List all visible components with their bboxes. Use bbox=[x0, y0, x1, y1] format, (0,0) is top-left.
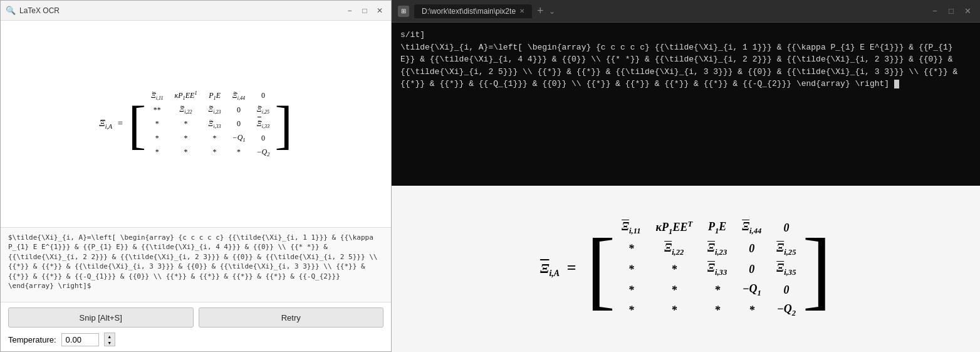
chevron-button[interactable]: ⌄ bbox=[549, 7, 555, 16]
big-matrix-cell: 0 bbox=[742, 242, 761, 255]
matrix-cell: κP1EE1 bbox=[174, 90, 197, 101]
add-tab-button[interactable]: + bbox=[534, 4, 546, 18]
title-bar-controls: − □ ✕ bbox=[343, 4, 386, 17]
terminal-content[interactable]: s/it] \tilde{\Xi}_{i, A}=\left[ \begin{a… bbox=[392, 23, 980, 186]
matrix-cell: * bbox=[174, 119, 197, 129]
matrix-cell: * bbox=[232, 147, 246, 157]
matrix-container: ~ Ξ i,A = [ ~Ξi,11 κP1EE1 P1E ~Ξi,44 0 *… bbox=[99, 90, 293, 157]
terminal-icon: ⊞ bbox=[398, 6, 409, 17]
terminal-minimize-button[interactable]: − bbox=[929, 5, 941, 18]
matrix-cell: 0 bbox=[232, 119, 246, 129]
math-display: ~ Ξ i,A = [ ~Ξi,11 κP1EE1 P1E ~Ξi,44 0 *… bbox=[1, 21, 391, 227]
big-matrix-cell: κP1EET bbox=[656, 220, 693, 237]
big-matrix-cell: Ξi,11 bbox=[622, 220, 640, 236]
big-matrix-label: Ξi,A = bbox=[540, 259, 580, 279]
matrix-cell: ** bbox=[151, 105, 163, 115]
big-matrix-cell: −Q2 bbox=[776, 302, 796, 318]
big-matrix-cell: Ξi,44 bbox=[742, 220, 761, 236]
matrix-cell: 0 bbox=[256, 134, 269, 143]
big-matrix-cell: Ξi,33 bbox=[707, 262, 727, 277]
big-matrix-container: Ξi,A = [ Ξi,11 κP1EET P1E Ξi,44 bbox=[540, 220, 831, 318]
big-matrix-cell: * bbox=[622, 304, 640, 317]
matrix-cell: ~Ξi,22 bbox=[174, 105, 197, 115]
big-matrix-cell: −Q1 bbox=[742, 282, 761, 298]
matrix-cell: * bbox=[151, 147, 163, 157]
matrix-cell: P1E bbox=[209, 91, 221, 101]
matrix-cell: * bbox=[209, 147, 221, 157]
matrix-label: ~ Ξ i,A = bbox=[99, 118, 123, 130]
app-title: LaTeX OCR bbox=[19, 6, 60, 15]
right-panel: ⊞ D:\work\text\dist\main\pix2te ✕ + ⌄ − … bbox=[392, 0, 980, 352]
big-matrix-cell: * bbox=[622, 263, 640, 276]
terminal-text: s/it] \tilde{\Xi}_{i, A}=\left[ \begin{a… bbox=[400, 30, 962, 88]
math-bottom-display: Ξi,A = [ Ξi,11 κP1EET P1E Ξi,44 bbox=[392, 186, 980, 352]
spin-down-button[interactable]: ▼ bbox=[105, 339, 115, 346]
big-matrix-cell: * bbox=[622, 284, 640, 297]
big-matrix-cell: * bbox=[656, 284, 693, 297]
matrix-cell: ~Ξi,11 bbox=[151, 91, 163, 101]
big-matrix-cell: P1E bbox=[707, 220, 727, 236]
spin-up-button[interactable]: ▲ bbox=[105, 333, 115, 339]
terminal-maximize-button[interactable]: □ bbox=[945, 5, 957, 18]
terminal-title-bar: ⊞ D:\work\text\dist\main\pix2te ✕ + ⌄ − … bbox=[392, 0, 980, 23]
big-matrix-cell: * bbox=[656, 263, 693, 276]
bracket-right: ] bbox=[274, 99, 292, 152]
big-matrix-cell: * bbox=[622, 242, 640, 255]
bottom-bar: Snip [Alt+S] Retry Temperature: ▲ ▼ bbox=[1, 302, 391, 351]
terminal-close-button[interactable]: ✕ bbox=[961, 5, 974, 18]
title-bar: 🔍 LaTeX OCR − □ ✕ bbox=[1, 1, 391, 21]
latex-code: $\tilde{\Xi}_{i, A}=\left[ \begin{array}… bbox=[8, 233, 377, 290]
close-button[interactable]: ✕ bbox=[373, 4, 386, 17]
terminal-tab-title: D:\work\text\dist\main\pix2te bbox=[422, 7, 516, 16]
matrix-cell: * bbox=[151, 134, 163, 143]
app-icon: 🔍 bbox=[6, 6, 16, 15]
latex-text-area: $\tilde{\Xi}_{i, A}=\left[ \begin{array}… bbox=[1, 227, 391, 302]
temperature-spinner: ▲ ▼ bbox=[104, 333, 115, 346]
terminal-tab[interactable]: D:\work\text\dist\main\pix2te ✕ bbox=[414, 4, 532, 18]
button-row: Snip [Alt+S] Retry bbox=[8, 307, 383, 328]
tab-close-button[interactable]: ✕ bbox=[519, 8, 524, 14]
big-matrix-cell: 0 bbox=[776, 221, 796, 235]
snip-button[interactable]: Snip [Alt+S] bbox=[8, 307, 194, 328]
big-matrix-grid: Ξi,11 κP1EET P1E Ξi,44 0 * Ξi,22 Ξi bbox=[622, 220, 796, 318]
matrix-cell: 0 bbox=[256, 91, 269, 100]
terminal-controls: − □ ✕ bbox=[929, 5, 974, 18]
terminal-title-left: ⊞ D:\work\text\dist\main\pix2te ✕ + ⌄ bbox=[398, 4, 555, 18]
big-matrix-cell: Ξi,35 bbox=[776, 262, 796, 277]
terminal-cursor bbox=[894, 80, 899, 88]
temperature-label: Temperature: bbox=[8, 335, 56, 344]
matrix-grid: ~Ξi,11 κP1EE1 P1E ~Ξi,44 0 ** ~Ξi,22 ~Ξi… bbox=[151, 90, 269, 157]
matrix-cell: ~Ξi,25 bbox=[256, 105, 269, 115]
matrix-cell: −Ξi,33 bbox=[256, 119, 269, 129]
temperature-input[interactable] bbox=[61, 333, 99, 346]
maximize-button[interactable]: □ bbox=[358, 4, 371, 17]
minimize-button[interactable]: − bbox=[343, 4, 356, 17]
big-bracket-right: ] bbox=[802, 232, 831, 306]
big-matrix-cell: * bbox=[707, 304, 727, 317]
big-matrix-cell: Ξi,22 bbox=[656, 242, 693, 257]
big-matrix-cell: Ξi,23 bbox=[707, 242, 727, 257]
big-matrix-cell: * bbox=[742, 304, 761, 317]
title-bar-left: 🔍 LaTeX OCR bbox=[6, 6, 60, 15]
big-bracket-left: [ bbox=[586, 232, 615, 306]
matrix-cell: −Q1 bbox=[232, 133, 246, 143]
matrix-cell: 0 bbox=[232, 105, 246, 115]
left-panel: 🔍 LaTeX OCR − □ ✕ ~ Ξ i,A = [ ~Ξi,11 κP1… bbox=[0, 0, 392, 352]
matrix-cell: * bbox=[209, 134, 221, 143]
matrix-cell: −Q2 bbox=[256, 147, 269, 157]
matrix-cell: * bbox=[151, 119, 163, 129]
matrix-cell: ~Ξi,44 bbox=[232, 91, 246, 101]
bracket-left: [ bbox=[128, 99, 146, 152]
big-matrix-cell: * bbox=[656, 304, 693, 317]
matrix-cell: ~Ξi,33 bbox=[209, 119, 221, 129]
big-matrix-cell: 0 bbox=[742, 263, 761, 276]
matrix-cell: * bbox=[174, 147, 197, 157]
big-matrix-cell: * bbox=[707, 284, 727, 297]
big-matrix-cell: Ξi,25 bbox=[776, 242, 796, 257]
matrix-cell: * bbox=[174, 134, 197, 143]
retry-button[interactable]: Retry bbox=[199, 307, 384, 328]
temperature-row: Temperature: ▲ ▼ bbox=[8, 333, 383, 346]
big-matrix-cell: 0 bbox=[776, 284, 796, 297]
matrix-cell: ~Ξi,23 bbox=[209, 105, 221, 115]
tab-bar: D:\work\text\dist\main\pix2te ✕ + ⌄ bbox=[414, 4, 555, 18]
